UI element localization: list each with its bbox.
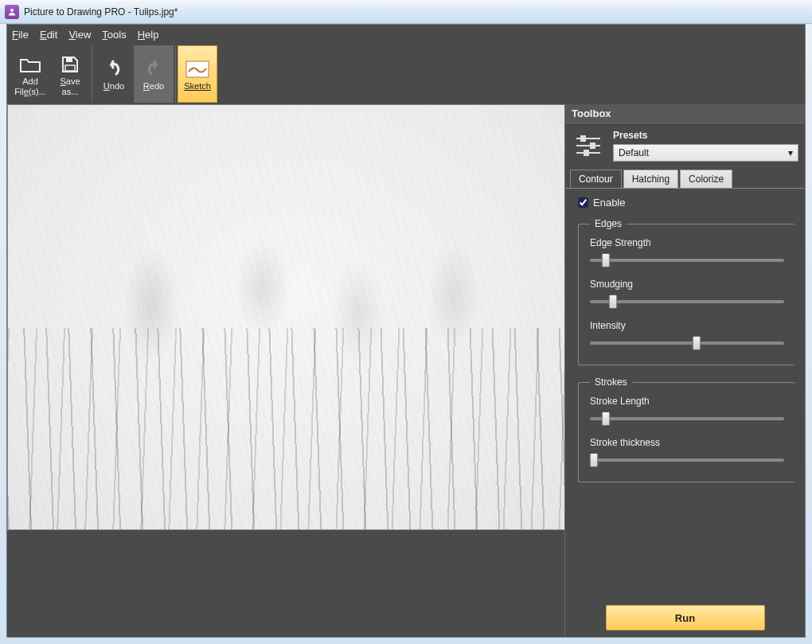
app-window: Picture to Drawing PRO - Tulips.jpg* Fil… (0, 0, 812, 644)
sliders-icon (572, 130, 605, 162)
tab-hatching[interactable]: Hatching (623, 170, 678, 188)
app-body: File Edit View Tools Help AddFile(s)... … (6, 24, 806, 638)
toolbar: AddFile(s)... Saveas... Undo (7, 44, 805, 104)
add-files-button[interactable]: AddFile(s)... (10, 45, 50, 103)
redo-button[interactable]: Redo (134, 45, 174, 103)
presets-row: Presets Default ▾ (565, 123, 805, 165)
menu-edit[interactable]: Edit (40, 29, 57, 41)
preview-image (7, 104, 564, 530)
edges-group: Edges Edge Strength Smudging (578, 218, 795, 365)
presets-label: Presets (613, 130, 798, 141)
strokes-legend: Strokes (590, 377, 632, 388)
intensity-slider[interactable] (590, 336, 784, 350)
sketch-icon (185, 57, 209, 81)
intensity-label: Intensity (590, 320, 784, 331)
chevron-down-icon: ▾ (788, 147, 793, 158)
stroke-length-label: Stroke Length (590, 396, 784, 407)
menu-help[interactable]: Help (138, 29, 159, 41)
menubar: File Edit View Tools Help (7, 25, 805, 44)
stroke-thickness-label: Stroke thickness (590, 437, 784, 448)
undo-icon (103, 57, 124, 81)
folder-open-icon (19, 53, 41, 76)
sketch-button[interactable]: Sketch (178, 45, 217, 103)
svg-rect-9 (584, 150, 588, 155)
stroke-thickness-slider[interactable] (590, 453, 784, 467)
menu-view[interactable]: View (68, 29, 91, 41)
run-button[interactable]: Run (606, 605, 765, 630)
svg-rect-1 (66, 57, 72, 62)
app-icon (5, 5, 19, 19)
save-icon (61, 53, 80, 76)
svg-point-0 (10, 9, 14, 12)
redo-icon (143, 57, 164, 81)
strokes-group: Strokes Stroke Length Stroke thickness (578, 377, 795, 482)
presets-select[interactable]: Default ▾ (613, 144, 798, 162)
content-area: Toolbox Presets Default ▾ (7, 104, 805, 637)
toolbox-panel: Toolbox Presets Default ▾ (564, 104, 805, 637)
edge-strength-label: Edge Strength (590, 237, 784, 248)
svg-rect-5 (581, 136, 585, 141)
titlebar: Picture to Drawing PRO - Tulips.jpg* (0, 0, 812, 24)
smudging-label: Smudging (590, 279, 784, 290)
undo-button[interactable]: Undo (94, 45, 134, 103)
sketch-label: Sketch (184, 81, 211, 91)
tab-body: Enable Edges Edge Strength Smudging (565, 188, 805, 595)
save-as-button[interactable]: Saveas... (50, 45, 90, 103)
toolbox-title: Toolbox (565, 104, 805, 123)
tab-contour[interactable]: Contour (570, 170, 622, 188)
canvas-area[interactable] (7, 104, 564, 637)
edges-legend: Edges (590, 218, 627, 229)
tabs: Contour Hatching Colorize (570, 170, 805, 188)
stroke-length-slider[interactable] (590, 412, 784, 426)
smudging-slider[interactable] (590, 295, 784, 309)
enable-label: Enable (593, 197, 625, 209)
window-title: Picture to Drawing PRO - Tulips.jpg* (24, 6, 178, 18)
svg-rect-7 (591, 143, 595, 148)
tab-colorize[interactable]: Colorize (680, 170, 732, 188)
edge-strength-slider[interactable] (590, 253, 784, 267)
menu-file[interactable]: File (12, 29, 29, 41)
svg-rect-2 (65, 65, 75, 71)
presets-value: Default (619, 147, 649, 158)
menu-tools[interactable]: Tools (102, 29, 126, 41)
enable-checkbox[interactable] (578, 197, 588, 208)
